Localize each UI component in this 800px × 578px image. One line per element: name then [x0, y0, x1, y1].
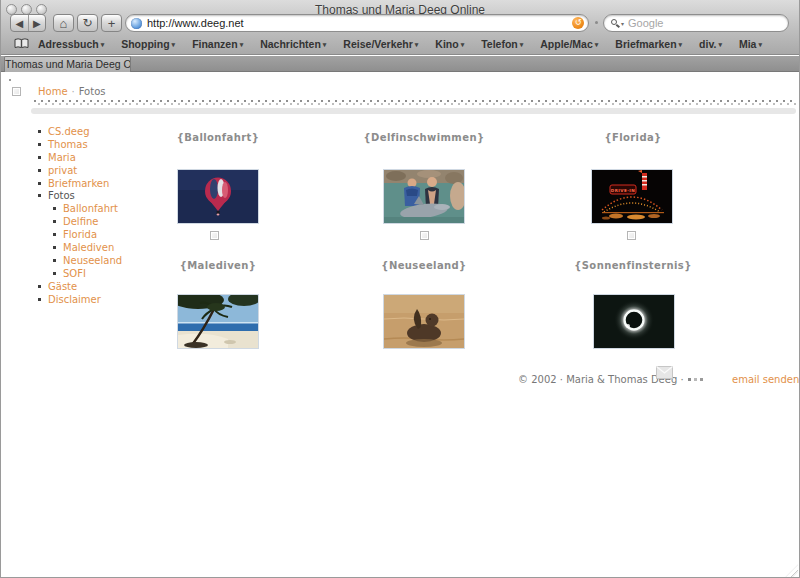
globe-icon	[131, 18, 142, 29]
caret-down-icon: ▾	[323, 41, 327, 48]
email-envelope-icon[interactable]	[656, 366, 673, 379]
bookmark-kino[interactable]: Kino▾	[435, 38, 464, 50]
bookmark-apple-mac[interactable]: Apple/Mac▾	[540, 38, 598, 50]
florida-image: DRIVE-IN	[592, 170, 672, 223]
caret-down-icon: ▾	[415, 41, 419, 48]
sidebar-item-sofi[interactable]: SOFI	[63, 268, 122, 281]
sidebar-item-fotos: Fotos	[48, 190, 122, 203]
sidebar-item-cs-deeg[interactable]: CS.deeg	[48, 126, 122, 139]
sidebar-item-gaeste[interactable]: Gäste	[48, 281, 122, 294]
sidebar-item-ballonfahrt[interactable]: Ballonfahrt	[63, 203, 122, 216]
snapback-icon[interactable]: ↺	[572, 17, 584, 29]
caret-down-icon: ▾	[101, 41, 105, 48]
caret-down-icon: ▾	[758, 41, 762, 48]
thumbnail-delfinschwimmen[interactable]	[383, 169, 465, 224]
back-icon[interactable]: ◀	[11, 18, 28, 29]
sonnenfinsternis-image	[594, 295, 674, 348]
gallery-label-malediven: {Malediven}	[133, 260, 303, 271]
add-bookmark-button[interactable]: +	[101, 14, 122, 32]
thumbnail-florida[interactable]: DRIVE-IN	[591, 169, 673, 224]
email-senden-link[interactable]: email senden	[732, 374, 799, 385]
bookmarks-book-icon[interactable]	[14, 38, 29, 49]
thumbnail-sonnenfinsternis[interactable]	[593, 294, 675, 349]
browser-window: Thomas und Maria Deeg Online ◀ ▶ ⌂ ↻ + h…	[0, 0, 800, 578]
breadcrumb: Home·Fotos	[38, 86, 105, 97]
breadcrumb-current: Fotos	[79, 86, 106, 97]
reload-icon: ↻	[82, 16, 92, 30]
sidebar-item-disclaimer[interactable]: Disclaimer	[48, 294, 122, 307]
search-placeholder[interactable]: Google	[628, 17, 663, 29]
svg-text:DRIVE-IN: DRIVE-IN	[611, 188, 635, 193]
sidebar-item-thomas[interactable]: Thomas	[48, 139, 122, 152]
footer-dot	[688, 378, 691, 381]
divider-bar	[31, 108, 796, 114]
sidebar-item-malediven[interactable]: Malediven	[63, 242, 122, 255]
gallery-label-ballonfahrt: {Ballonfahrt}	[133, 132, 303, 143]
caret-down-icon: ▾	[679, 41, 683, 48]
missing-image-icon	[210, 231, 219, 240]
thumbnail-neuseeland[interactable]	[383, 294, 465, 349]
missing-image-icon	[12, 87, 21, 96]
search-options-caret-icon[interactable]: ▾	[621, 20, 624, 27]
caret-down-icon: ▾	[172, 41, 176, 48]
forward-icon[interactable]: ▶	[28, 18, 45, 29]
google-search-field[interactable]: ▾ Google	[603, 14, 789, 32]
caret-down-icon: ▾	[595, 41, 599, 48]
search-icon	[611, 19, 619, 27]
gallery-label-florida: {Florida}	[548, 132, 718, 143]
gallery-label-neuseeland: {Neuseeland}	[339, 260, 509, 271]
ballonfahrt-image	[178, 170, 258, 223]
bookmark-div[interactable]: div.▾	[699, 38, 722, 50]
caret-down-icon: ▾	[718, 41, 722, 48]
home-icon: ⌂	[60, 16, 68, 31]
page-content: Home·Fotos CS.deeg Thomas Maria privat B…	[1, 73, 799, 578]
sidebar-item-maria[interactable]: Maria	[48, 152, 122, 165]
page-footer: © 2002 · Maria & Thomas Deeg · email sen…	[518, 374, 799, 385]
home-button[interactable]: ⌂	[53, 14, 74, 32]
thumbnail-malediven[interactable]	[177, 294, 259, 349]
bookmark-finanzen[interactable]: Finanzen▾	[192, 38, 243, 50]
bookmark-reise-verkehr[interactable]: Reise/Verkehr▾	[343, 38, 418, 50]
caret-down-icon: ▾	[461, 41, 465, 48]
delfinschwimmen-image	[384, 170, 464, 223]
url-text[interactable]: http://www.deeg.net	[147, 17, 572, 29]
gallery-label-delfinschwimmen: {Delfinschwimmen}	[339, 132, 509, 143]
malediven-image	[178, 295, 258, 348]
tab-bar: Thomas und Maria Deeg O...	[1, 56, 799, 72]
neuseeland-image	[384, 295, 464, 348]
sidebar-item-neuseeland[interactable]: Neuseeland	[63, 255, 122, 268]
footer-dot	[700, 378, 703, 381]
tab-thomas-und-maria-deeg[interactable]: Thomas und Maria Deeg O...	[4, 56, 131, 72]
missing-image-icon	[627, 231, 636, 240]
bookmark-shopping[interactable]: Shopping▾	[121, 38, 175, 50]
sidebar-item-delfine[interactable]: Delfine	[63, 216, 122, 229]
bookmark-mia[interactable]: Mia▾	[739, 38, 762, 50]
footer-dot	[694, 378, 697, 381]
spacer-artifact	[9, 79, 11, 81]
breadcrumb-separator: ·	[72, 86, 75, 97]
sidebar-item-privat[interactable]: privat	[48, 165, 122, 178]
caret-down-icon: ▾	[520, 41, 524, 48]
caret-down-icon: ▾	[240, 41, 244, 48]
missing-image-icon	[420, 231, 429, 240]
address-bar[interactable]: http://www.deeg.net ↺	[125, 14, 589, 32]
back-forward-buttons[interactable]: ◀ ▶	[10, 14, 46, 32]
bookmark-nachrichten[interactable]: Nachrichten▾	[260, 38, 326, 50]
sidebar-item-florida[interactable]: Florida	[63, 229, 122, 242]
plus-icon: +	[108, 16, 116, 31]
bookmark-adressbuch[interactable]: Adressbuch▾	[38, 38, 104, 50]
bookmark-telefon[interactable]: Telefon▾	[481, 38, 523, 50]
gallery-label-sonnenfinsternis: {Sonnenfinsternis}	[548, 260, 718, 271]
thumbnail-ballonfahrt[interactable]	[177, 169, 259, 224]
breadcrumb-home-link[interactable]: Home	[38, 86, 68, 97]
reload-button[interactable]: ↻	[77, 14, 98, 32]
sidebar-nav: CS.deeg Thomas Maria privat Briefmarken …	[48, 126, 122, 306]
browser-chrome: Thomas und Maria Deeg Online ◀ ▶ ⌂ ↻ + h…	[1, 0, 799, 55]
window-resize-grip[interactable]	[785, 564, 798, 577]
field-resize-handle[interactable]	[595, 21, 598, 24]
dotted-divider	[34, 100, 796, 106]
bookmarks-bar: Adressbuch▾ Shopping▾ Finanzen▾ Nachrich…	[1, 33, 799, 54]
sidebar-item-briefmarken[interactable]: Briefmarken	[48, 178, 122, 191]
bookmark-briefmarken[interactable]: Briefmarken▾	[615, 38, 682, 50]
